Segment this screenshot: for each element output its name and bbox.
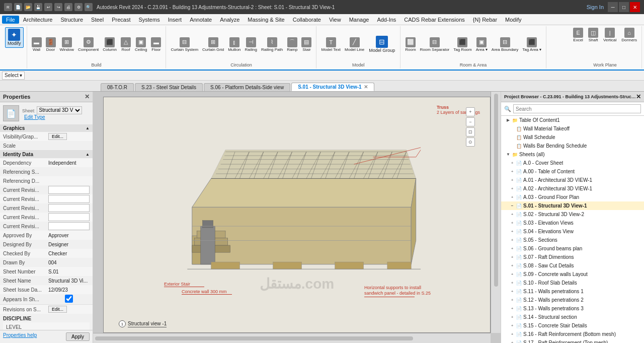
excel-btn[interactable]: EExcel [572,27,585,43]
floor-btn[interactable]: ▬Floor [149,37,163,52]
tree-item-s16[interactable]: + 📄 S.16 - Raft Reinforcement (Bottom me… [501,330,644,338]
menu-addins[interactable]: Add-Ins [373,16,400,24]
tree-item-s04[interactable]: + 📄 S.04 - Elevations View [501,227,644,236]
expand-s13[interactable]: + [509,306,515,311]
expand-a02[interactable]: + [509,186,515,191]
ramp-btn[interactable]: ⌒Ramp [285,37,299,52]
tree-item-sheets-all[interactable]: ▼ 📁 Sheets (all) [501,150,644,159]
menu-systems[interactable]: Systems [134,16,164,24]
expand-a00-toc[interactable]: + [509,169,515,174]
tab-steel-stair[interactable]: S.23 - Steel Stair Details [135,83,203,91]
search-input[interactable] [513,104,641,113]
current-rev-input-1[interactable] [48,186,90,194]
room-separator-btn[interactable]: ⊟Room Separator [419,37,451,52]
properties-help-link[interactable]: Properties help [3,332,63,341]
tree-item-wall-material-takeoff[interactable]: 📋 Wall Material Takeoff [501,124,644,133]
tree-item-s02[interactable]: + 📄 S.02 - Structural 3D View-2 [501,210,644,219]
dormer-btn[interactable]: ⌂Dormers [620,27,638,43]
railing-path-btn[interactable]: ⌇Railing Path [260,37,284,52]
door-btn[interactable]: 🚪Door [44,37,57,52]
menu-view[interactable]: View [325,16,345,24]
expand-s03[interactable]: + [509,221,515,225]
area-boundary-btn[interactable]: ⊟Area Boundary [490,37,520,52]
menu-steel[interactable]: Steel [87,16,108,24]
tag-area-btn[interactable]: ⬛Tag Area ▾ [521,37,543,52]
tree-item-s14[interactable]: + 📄 S.14 - Structural section [501,313,644,321]
tree-item-s08[interactable]: + 📄 S.08 - Saw Cut Details [501,261,644,270]
expand-a01[interactable]: + [509,178,515,182]
identity-data-header[interactable]: Identity Data ▲ [0,151,93,158]
expand-s10[interactable]: + [509,281,515,285]
window-btn[interactable]: ⊞Window [58,37,75,52]
graphics-header[interactable]: Graphics ▲ [0,124,93,132]
tree-item-wall-schedule[interactable]: 📋 Wall Schedule [501,133,644,142]
tree-item-s12-walls-penetrations-2[interactable]: + 📄 S.12 - Walls penetrations 2 [501,296,644,304]
close-btn[interactable]: ✕ [630,2,640,12]
tag-room-btn[interactable]: ⬛Tag Room [452,37,473,52]
menu-analyze[interactable]: Analyze [216,16,244,24]
expand-s12[interactable]: + [509,298,515,302]
redo-icon[interactable]: ↪ [54,3,62,11]
tab-structural[interactable]: S.01 - Structural 3D View-1 ✕ [291,83,374,91]
menu-annotate[interactable]: Annotate [186,16,216,24]
current-rev-input-5[interactable] [48,222,90,230]
model-group-btn[interactable]: ⊟ Model Group [367,35,397,54]
expand-s07[interactable]: + [509,255,515,259]
ceiling-btn[interactable]: ▣Ceiling [133,37,148,52]
menu-rebar[interactable]: {N} Rebar [469,16,501,24]
current-rev-input-4[interactable] [48,213,90,221]
expand-s04[interactable]: + [509,229,515,234]
print-icon[interactable]: 🖨 [64,3,72,11]
area-btn[interactable]: ▣Area ▾ [474,37,489,52]
search-icon[interactable]: 🔍 [85,3,93,11]
menu-massing[interactable]: Massing & Site [244,16,288,24]
tree-item-s03[interactable]: + 📄 S.03 - Elevation Views [501,219,644,227]
menu-cads[interactable]: CADS Rebar Extensions [400,16,468,24]
expand-s06[interactable]: + [509,246,515,251]
tree-item-s09[interactable]: + 📄 S.09 - Concrete walls Layout [501,270,644,279]
vertical-btn[interactable]: |Vertical [602,27,618,43]
menu-modify[interactable]: Modify [501,16,525,24]
tree-item-s05[interactable]: + 📄 S.05 - Sections [501,236,644,244]
save-icon[interactable]: 💾 [34,3,42,11]
mullion-btn[interactable]: ⫿Mullion [226,37,242,52]
component-btn[interactable]: ⚙Component [76,37,100,52]
tab-platform[interactable]: S.06 - Platform Details-Side view [204,83,290,91]
tree-item-a0-cover[interactable]: + 📄 A.0 - Cover Sheet [501,159,644,167]
menu-manage[interactable]: Manage [345,16,373,24]
zoom-fit-btn[interactable]: ⊡ [466,127,475,136]
zoom-in-btn[interactable]: + [466,107,475,116]
tree-item-s17[interactable]: + 📄 S.17 - Raft Reinforcement (Top mesh) [501,338,644,343]
tree-item-s01-structural[interactable]: − 📄 S.01 - Structural 3D View-1 [501,201,644,210]
stair-btn[interactable]: ▤Stair [300,37,313,52]
roof-btn[interactable]: △Roof [119,37,132,52]
open-icon[interactable]: 📂 [24,3,32,11]
zoom-out-btn[interactable]: − [466,117,475,126]
expand-table-content[interactable]: ▶ [505,118,511,122]
tree-item-s07[interactable]: + 📄 S.07 - Raft Dimentions [501,253,644,261]
select-dropdown[interactable]: Select ▾ [2,72,25,80]
curtain-system-btn[interactable]: ⊟Curtain System [169,37,200,52]
undo-icon[interactable]: ↩ [44,3,52,11]
menu-precast[interactable]: Precast [108,16,134,24]
railing-btn[interactable]: ⊣Railing [244,37,259,52]
menu-structure[interactable]: Structure [56,16,87,24]
menu-architecture[interactable]: Architecture [19,16,57,24]
model-line-btn[interactable]: ╱Model Line [343,37,366,52]
menu-insert[interactable]: Insert [164,16,186,24]
expand-s16[interactable]: + [509,332,515,336]
shaft-btn[interactable]: ◫Shaft [587,27,600,43]
maximize-btn[interactable]: □ [619,2,629,12]
tree-item-s10[interactable]: + 📄 S.10 - Roof Slab Details [501,279,644,287]
wall-btn[interactable]: ▬Wall [30,37,43,52]
expand-s15[interactable]: + [509,323,515,328]
minimize-btn[interactable]: ─ [608,2,618,12]
new-icon[interactable]: 📄 [14,3,22,11]
expand-s14[interactable]: + [509,315,515,319]
current-rev-input-3[interactable] [48,204,90,212]
expand-a03[interactable]: + [509,195,515,199]
tree-item-s15-concrete-stair[interactable]: + 📄 S.15 - Concrete Stair Details [501,321,644,330]
tree-item-a02-arch3d2[interactable]: + 📄 A.02 - Architectural 3D VIEW-1 [501,184,644,193]
appears-in-checkbox[interactable] [48,295,90,303]
expand-s01[interactable]: − [509,203,515,208]
